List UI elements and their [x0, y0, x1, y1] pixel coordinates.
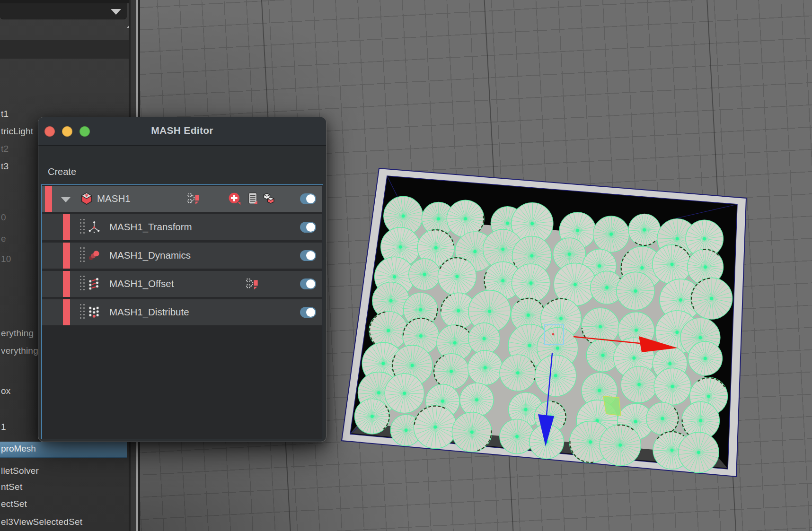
mash-node-row-mash1[interactable]: MASH1: [42, 186, 322, 212]
node-color-bar: [63, 214, 70, 240]
mash-node-label[interactable]: MASH1_Transform: [109, 221, 192, 233]
outliner-item[interactable]: tricLight: [1, 126, 33, 137]
window-title: MASH Editor: [38, 125, 326, 136]
offset-icon: [88, 277, 101, 290]
drag-handle-icon[interactable]: [80, 276, 85, 290]
drag-handle-icon[interactable]: [80, 219, 85, 234]
node-enabled-toggle[interactable]: [300, 279, 316, 289]
mash-node-label[interactable]: MASH1_Offset: [109, 278, 174, 289]
mash-node-row-mash1_distribute[interactable]: MASH1_Distribute: [42, 299, 322, 325]
window-titlebar[interactable]: MASH Editor: [38, 117, 326, 146]
expand-collapse-icon[interactable]: [61, 197, 71, 202]
node-color-bar: [63, 243, 70, 269]
drag-handle-icon[interactable]: [80, 304, 85, 319]
toggle-knob: [306, 251, 315, 260]
mash-node-label[interactable]: MASH1_Dynamics: [109, 250, 191, 261]
mash-node-label[interactable]: MASH1_Distribute: [109, 306, 189, 318]
outliner-item[interactable]: 0: [1, 212, 6, 223]
menu-create[interactable]: Create: [48, 166, 76, 177]
node-color-bar: [63, 299, 70, 325]
outliner-item[interactable]: lletSolver: [1, 466, 39, 476]
add-icon[interactable]: [228, 192, 241, 205]
maya-workspace: t1tricLightt2t30e10erythingverythingox1p…: [0, 0, 812, 531]
node-graph-icon[interactable]: [246, 277, 259, 290]
outliner-item[interactable]: e: [1, 234, 6, 244]
toggle-knob: [306, 194, 315, 203]
outliner-top-strip: [0, 0, 129, 3]
node-color-bar: [45, 186, 52, 212]
outliner-item[interactable]: ntSet: [1, 482, 22, 492]
outliner-item[interactable]: erything: [1, 328, 34, 339]
node-graph-icon[interactable]: [187, 192, 200, 205]
outliner-filter-dropdown[interactable]: [0, 3, 127, 19]
outliner-item[interactable]: t1: [1, 109, 9, 119]
mash-node-row-mash1_transform[interactable]: MASH1_Transform: [42, 214, 322, 240]
mash-network-icon: [80, 192, 93, 205]
distribute-icon: [88, 305, 101, 319]
outliner-item[interactable]: verything: [1, 346, 38, 356]
toggle-knob: [306, 279, 315, 288]
toggle-knob: [306, 308, 315, 317]
toggle-knob: [306, 223, 315, 232]
menubar: Create: [38, 146, 326, 184]
outliner-item-selected[interactable]: proMesh: [0, 442, 127, 458]
mash-node-label[interactable]: MASH1: [97, 193, 131, 204]
outliner-item-label: proMesh: [1, 444, 36, 454]
dynamics-icon: [88, 249, 101, 262]
drag-handle-icon[interactable]: [80, 247, 85, 262]
mash-node-row-mash1_offset[interactable]: MASH1_Offset: [42, 271, 322, 297]
outliner-item[interactable]: t2: [1, 144, 9, 154]
node-enabled-toggle[interactable]: [300, 307, 316, 318]
mash-node-row-mash1_dynamics[interactable]: MASH1_Dynamics: [42, 243, 322, 269]
node-enabled-toggle[interactable]: [300, 250, 316, 261]
outliner-item[interactable]: el3ViewSelectedSet: [1, 517, 82, 527]
chevron-down-icon: [111, 9, 121, 15]
node-enabled-toggle[interactable]: [300, 193, 316, 204]
outliner-item[interactable]: 10: [1, 254, 11, 264]
geometry-icon[interactable]: [262, 192, 275, 205]
outliner-item[interactable]: 1: [1, 422, 6, 432]
mash-node-list[interactable]: MASH1MASH1_TransformMASH1_DynamicsMASH1_…: [41, 184, 323, 439]
mash-editor-window[interactable]: MASH Editor Create MASH1MASH1_TransformM…: [38, 117, 327, 442]
transform-icon: [88, 220, 101, 234]
outliner-item[interactable]: ox: [1, 386, 10, 396]
node-color-bar: [63, 271, 70, 297]
outliner-item[interactable]: t3: [1, 161, 9, 172]
outliner-dark-row[interactable]: [0, 40, 129, 59]
node-enabled-toggle[interactable]: [300, 222, 316, 233]
list-icon[interactable]: [247, 192, 260, 205]
outliner-item[interactable]: ectSet: [1, 499, 27, 509]
